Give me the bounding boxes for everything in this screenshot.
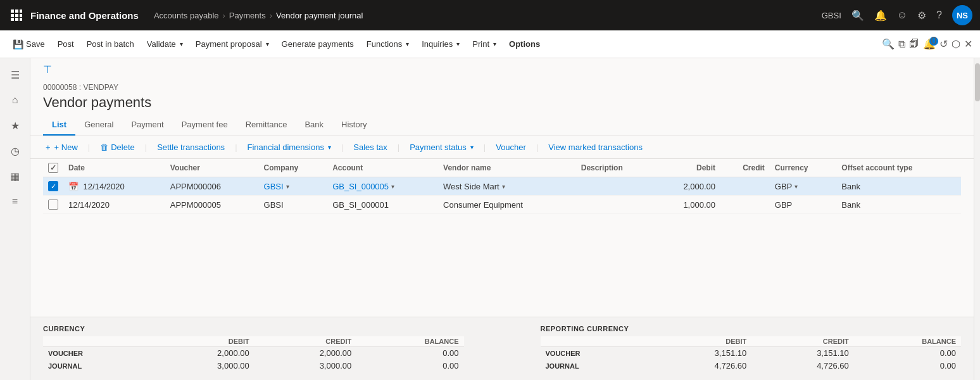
voucher-balance: 0.00 [356, 347, 463, 360]
tab-payment-fee[interactable]: Payment fee [173, 115, 237, 136]
svg-rect-5 [20, 14, 22, 17]
reporting-currency-summary: REPORTING CURRENCY DEBIT CREDIT BALANCE [541, 325, 962, 372]
col-header-account: Account [327, 159, 438, 177]
avatar[interactable]: NS [952, 5, 972, 25]
filter-icon[interactable]: ⊤ [43, 63, 52, 75]
calendar-icon-1[interactable]: 📅 [68, 182, 79, 191]
company-dropdown-1[interactable]: GBSI ▾ [264, 182, 289, 191]
row-account-1: GB_SI_000005 ▾ [327, 177, 438, 196]
waffle-menu[interactable] [8, 6, 25, 24]
open-in-new-icon[interactable]: 🗐 [909, 39, 919, 50]
row-checkbox-2[interactable] [48, 200, 58, 210]
sidebar-item-home[interactable]: ⌂ [4, 89, 27, 111]
notification-badge: 0 [929, 37, 938, 46]
tab-general[interactable]: General [75, 115, 122, 136]
notification-badge-button[interactable]: 🔔 0 [923, 38, 936, 50]
row-date-2: 12/14/2020 [63, 196, 165, 214]
col-header-date: Date [63, 159, 165, 177]
currency-dropdown-1[interactable]: GBP ▾ [775, 182, 798, 191]
summary-row: CURRENCY DEBIT CREDIT BALANCE [43, 325, 961, 372]
functions-button[interactable]: Functions [361, 37, 414, 51]
sidebar-item-favorites[interactable]: ★ [4, 114, 27, 137]
journal-id: 00000058 : VENDPAY [43, 83, 961, 92]
table-row[interactable]: ✓ 📅 12/14/2020 APPM000006 GBSI ▾ [43, 177, 961, 196]
close-icon[interactable]: ✕ [964, 38, 972, 50]
tab-payment[interactable]: Payment [122, 115, 172, 136]
popout-icon[interactable]: ⬡ [952, 38, 960, 50]
table-row[interactable]: 12/14/2020 APPM000005 GBSI GB_SI_000001 … [43, 196, 961, 214]
row-credit-2 [720, 196, 770, 214]
post-in-batch-button[interactable]: Post in batch [82, 37, 139, 51]
personalize-icon[interactable]: ⧉ [898, 39, 905, 50]
sidebar-item-menu[interactable]: ☰ [4, 63, 27, 86]
tab-history[interactable]: History [332, 115, 375, 136]
toolbar-search-icon[interactable]: 🔍 [882, 38, 895, 50]
col-header-vendor-name: Vendor name [438, 159, 576, 177]
rep-journal-row: JOURNAL 4,726.60 4,726.60 0.00 [541, 360, 962, 372]
tab-list[interactable]: List [43, 115, 75, 136]
col-header-credit: Credit [720, 159, 770, 177]
tab-remittance[interactable]: Remittance [237, 115, 296, 136]
payment-proposal-button[interactable]: Payment proposal [191, 37, 274, 51]
options-button[interactable]: Options [504, 37, 545, 51]
sidebar-item-workspaces[interactable]: ▦ [4, 165, 27, 187]
row-account-2: GB_SI_000001 [327, 196, 438, 214]
row-checkbox-1[interactable]: ✓ [48, 181, 58, 191]
breadcrumb-payments[interactable]: Payments [229, 11, 266, 20]
vendor-dropdown-1[interactable]: West Side Mart ▾ [443, 182, 505, 191]
breadcrumb-accounts-payable[interactable]: Accounts payable [154, 11, 219, 20]
settle-transactions-button[interactable]: Settle transactions [154, 141, 227, 153]
journal-credit: 3,000.00 [254, 360, 357, 372]
rep-col-label [541, 336, 650, 347]
face-icon[interactable]: ☺ [897, 10, 907, 21]
select-all-checkbox[interactable]: ✓ [48, 163, 58, 173]
rep-col-credit-header: CREDIT [751, 336, 854, 347]
col-balance-header: BALANCE [356, 336, 463, 347]
print-button[interactable]: Print [467, 37, 501, 51]
row-vendor-2: Consumer Equipment [438, 196, 576, 214]
action-bar: + + New | 🗑 Delete | Settle transactions… [30, 136, 974, 159]
search-icon[interactable]: 🔍 [851, 10, 864, 22]
toolbar: 💾 Save Post Post in batch Validate Payme… [0, 30, 980, 58]
row-credit-1 [720, 177, 770, 196]
row-company-2: GBSI [259, 196, 328, 214]
scrollbar-thumb[interactable] [975, 63, 980, 101]
account-dropdown-1[interactable]: GB_SI_000005 ▾ [332, 182, 394, 191]
rep-journal-credit: 4,726.60 [751, 360, 854, 372]
svg-rect-8 [20, 18, 22, 21]
row-currency-1: GBP ▾ [770, 177, 836, 196]
validate-button[interactable]: Validate [142, 37, 188, 51]
row-description-2 [576, 196, 656, 214]
generate-payments-button[interactable]: Generate payments [277, 37, 359, 51]
journal-label: JOURNAL [43, 360, 152, 372]
settings-icon[interactable]: ⚙ [917, 10, 926, 22]
delete-button[interactable]: 🗑 Delete [97, 141, 137, 153]
post-button[interactable]: Post [53, 37, 79, 51]
currency-summary-title: CURRENCY [43, 325, 464, 332]
voucher-button[interactable]: Voucher [493, 141, 529, 153]
journal-debit: 3,000.00 [152, 360, 254, 372]
col-header-offset-account-type: Offset account type [836, 159, 961, 177]
inquiries-button[interactable]: Inquiries [417, 37, 465, 51]
save-button[interactable]: 💾 Save [8, 37, 50, 52]
sidebar-item-recent[interactable]: ◷ [4, 139, 27, 162]
app-title: Finance and Operations [30, 10, 139, 21]
svg-rect-7 [15, 18, 18, 21]
sidebar-item-modules[interactable]: ≡ [4, 190, 27, 213]
breadcrumb: Accounts payable › Payments › Vendor pay… [154, 11, 817, 20]
col-header-company: Company [259, 159, 328, 177]
new-button[interactable]: + + New [43, 141, 80, 153]
view-marked-transactions-button[interactable]: View marked transactions [546, 141, 645, 153]
financial-dimensions-button[interactable]: Financial dimensions [245, 141, 334, 153]
notifications-icon[interactable]: 🔔 [874, 10, 887, 22]
scrollbar[interactable] [974, 58, 980, 380]
tab-bank[interactable]: Bank [296, 115, 332, 136]
payment-status-button[interactable]: Payment status [407, 141, 476, 153]
col-debit-header: DEBIT [152, 336, 254, 347]
col-header-check: ✓ [43, 159, 63, 177]
toolbar-right: 🔍 ⧉ 🗐 🔔 0 ↺ ⬡ ✕ [882, 38, 972, 50]
help-icon[interactable]: ? [936, 10, 942, 21]
refresh-icon[interactable]: ↺ [939, 38, 948, 50]
sales-tax-button[interactable]: Sales tax [351, 141, 389, 153]
row-voucher-2: APPM000005 [165, 196, 259, 214]
